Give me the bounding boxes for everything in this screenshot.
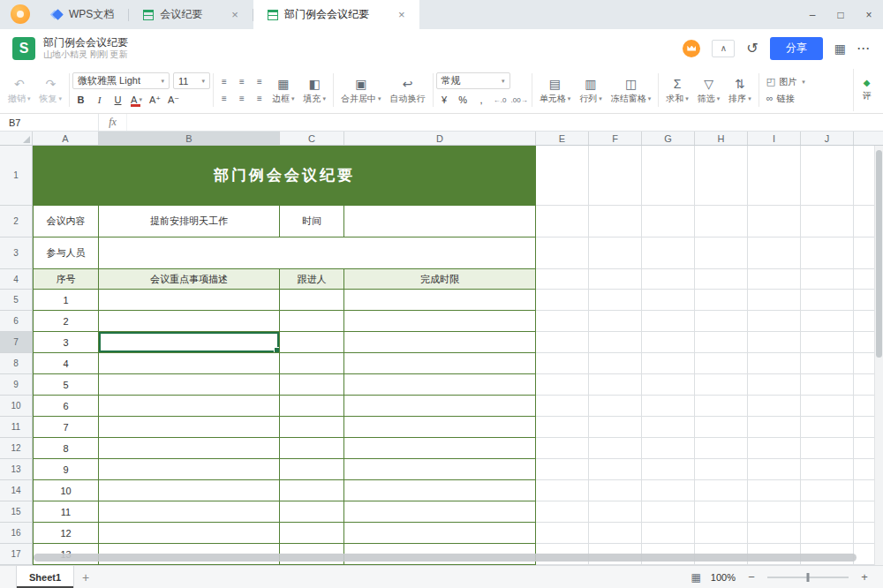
cell-G2[interactable] [642,206,695,237]
cell-F9[interactable] [589,374,642,396]
cell-H7[interactable] [695,332,748,353]
cell-A10[interactable]: 6 [33,396,99,417]
cell-E2[interactable] [536,206,589,237]
fx-button[interactable]: fx [99,114,127,131]
column-header-E[interactable]: E [536,132,589,145]
increase-font-size-button[interactable]: A⁺ [147,92,163,108]
cell-G15[interactable] [642,501,695,523]
selected-cell-B7[interactable] [99,332,280,353]
cell-A7[interactable]: 3 [33,332,99,353]
cell-name-box[interactable]: B7 [0,114,99,131]
row-header-15[interactable]: 15 [0,501,32,523]
cell-B3-merged[interactable] [99,237,536,269]
row-header-17[interactable]: 17 [0,544,32,565]
cell-J3[interactable] [801,237,854,269]
column-header-I[interactable]: I [748,132,801,145]
cell-I10[interactable] [748,396,801,417]
cell-C15[interactable] [280,501,344,523]
italic-button[interactable]: I [91,92,108,108]
row-header-8[interactable]: 8 [0,353,32,374]
cell-C13[interactable] [280,459,344,480]
rows-columns-button[interactable]: ▥ 行列▾ [575,69,607,111]
column-header-C[interactable]: C [280,132,344,145]
cell-A8[interactable]: 4 [33,353,99,374]
align-left-button[interactable]: ≡ [216,92,232,106]
row-header-3[interactable]: 3 [0,237,32,269]
cell-C14[interactable] [280,480,344,501]
cell-B9[interactable] [99,374,280,396]
cell-D15[interactable] [344,501,536,523]
cell-B11[interactable] [99,417,280,438]
cell-B16[interactable] [99,523,280,544]
underline-button[interactable]: U [109,92,126,108]
cell-F8[interactable] [589,353,642,374]
cell-C7[interactable] [280,332,344,353]
cell-H15[interactable] [695,501,748,523]
cell-E14[interactable] [536,480,589,501]
cell-E6[interactable] [536,311,589,332]
cell-F15[interactable] [589,501,642,523]
cell-I13[interactable] [748,459,801,480]
cell-F6[interactable] [589,311,642,332]
decrease-font-size-button[interactable]: A⁻ [165,92,182,108]
cell-G14[interactable] [642,480,695,501]
row-header-6[interactable]: 6 [0,311,32,332]
cell-D13[interactable] [344,459,536,480]
cell-H10[interactable] [695,396,748,417]
cell-F5[interactable] [589,290,642,311]
row-header-16[interactable]: 16 [0,523,32,544]
comma-format-button[interactable]: , [473,92,490,108]
cell-D6[interactable] [344,311,536,332]
cell-I16[interactable] [748,523,801,544]
cell-C9[interactable] [280,374,344,396]
cell-D4[interactable]: 完成时限 [344,269,536,290]
cell-J16[interactable] [801,523,854,544]
cell-I4[interactable] [748,269,801,290]
horizontal-scrollbar-thumb[interactable] [34,554,857,562]
history-icon[interactable]: ↺ [746,40,758,57]
cell-B10[interactable] [99,396,280,417]
cell-I3[interactable] [748,237,801,269]
borders-button[interactable]: ▦ 边框▾ [268,69,299,111]
cell-B12[interactable] [99,438,280,459]
more-button[interactable]: ··· [857,42,871,55]
row-header-9[interactable]: 9 [0,374,32,396]
banner-cell-A1[interactable]: 部门例会会议纪要 [33,146,536,206]
cell-A9[interactable]: 5 [33,374,99,396]
cell-C12[interactable] [280,438,344,459]
cell-B13[interactable] [99,459,280,480]
number-format-select[interactable]: 常规 ▾ [436,72,510,89]
font-name-select[interactable]: 微软雅黑 Light ▾ [72,72,170,89]
align-bottom-button[interactable]: ≡ [252,75,268,89]
cell-I15[interactable] [748,501,801,523]
column-header-F[interactable]: F [589,132,642,145]
cells-button[interactable]: ▤ 单元格▾ [535,69,576,111]
cell-D16[interactable] [344,523,536,544]
cell-F11[interactable] [589,417,642,438]
row-header-1[interactable]: 1 [0,146,32,206]
cell-C11[interactable] [280,417,344,438]
cell-D8[interactable] [344,353,536,374]
align-top-button[interactable]: ≡ [216,75,232,89]
cell-A13[interactable]: 9 [33,459,99,480]
cell-D10[interactable] [344,396,536,417]
cell-G10[interactable] [642,396,695,417]
column-header-J[interactable]: J [801,132,854,145]
cell-C6[interactable] [280,311,344,332]
cell-F1[interactable] [589,146,642,206]
cell-J7[interactable] [801,332,854,353]
cell-H9[interactable] [695,374,748,396]
redo-button[interactable]: ↷ 恢复▾ [35,69,67,111]
cell-G1[interactable] [642,146,695,206]
vip-badge-icon[interactable] [683,40,700,57]
picture-button[interactable]: ◰ 图片 ▾ [766,76,805,88]
row-header-7[interactable]: 7 [0,332,32,353]
cell-C10[interactable] [280,396,344,417]
tab-close-icon[interactable]: × [231,9,238,20]
row-header-13[interactable]: 13 [0,459,32,480]
align-right-button[interactable]: ≡ [252,92,268,106]
cell-G7[interactable] [642,332,695,353]
cell-E10[interactable] [536,396,589,417]
cell-C2[interactable]: 时间 [280,206,344,237]
wrap-text-button[interactable]: ↩ 自动换行 [386,69,430,111]
